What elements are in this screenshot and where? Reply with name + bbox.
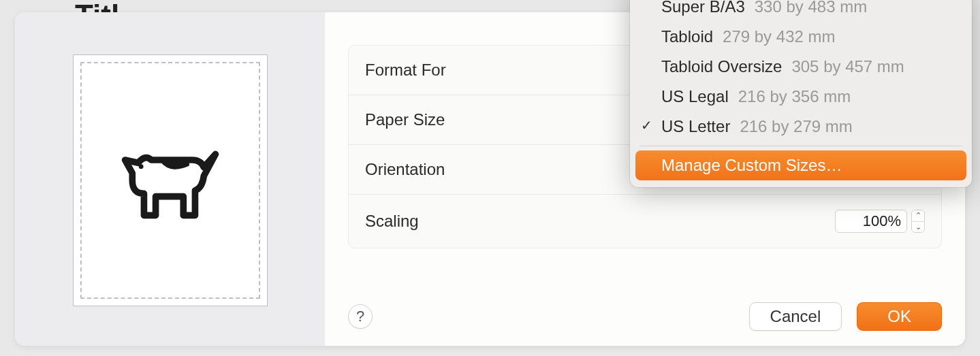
menu-item-super-b-a3[interactable]: Super B/A3 330 by 483 mm [635,0,966,22]
menu-item-dimensions: 330 by 483 mm [755,0,867,16]
menu-item-label: Manage Custom Sizes… [661,156,842,175]
scaling-input[interactable] [835,210,907,233]
menu-item-dimensions: 216 by 356 mm [738,87,851,106]
scaling-row: Scaling ⌃ ⌄ [349,195,941,248]
scaling-stepper: ⌃ ⌄ [911,210,925,233]
preview-panel [15,12,325,346]
page-preview [73,54,268,306]
menu-divider [639,146,962,146]
svg-point-0 [138,164,143,169]
scaling-step-down[interactable]: ⌄ [912,222,924,233]
menu-item-tabloid[interactable]: Tabloid 279 by 432 mm [635,22,966,52]
dog-icon [119,136,221,225]
menu-item-tabloid-oversize[interactable]: Tabloid Oversize 305 by 457 mm [635,52,966,82]
menu-item-us-legal[interactable]: US Legal 216 by 356 mm [635,82,966,112]
paper-size-label: Paper Size [365,110,445,129]
menu-item-dimensions: 305 by 457 mm [791,57,904,76]
menu-item-us-letter[interactable]: ✓ US Letter 216 by 279 mm [635,112,966,142]
menu-item-dimensions: 216 by 279 mm [740,117,852,136]
menu-item-label: Tabloid Oversize [661,57,782,76]
bottom-bar: ? Cancel OK [348,302,942,331]
menu-item-dimensions: 279 by 432 mm [723,27,835,46]
ok-button[interactable]: OK [857,302,942,331]
help-button[interactable]: ? [348,304,373,329]
checkmark-icon: ✓ [641,117,652,133]
scaling-step-up[interactable]: ⌃ [912,210,924,222]
cancel-button[interactable]: Cancel [749,302,842,331]
format-for-label: Format For [365,61,446,80]
menu-item-label: Super B/A3 [661,0,745,16]
paper-size-popup: Super B/A3 330 by 483 mm Tabloid 279 by … [630,0,972,187]
button-group: Cancel OK [749,302,942,331]
menu-item-label: Tabloid [661,27,713,46]
menu-item-label: US Legal [661,87,729,106]
orientation-label: Orientation [365,160,445,179]
menu-item-manage-custom-sizes[interactable]: Manage Custom Sizes… [635,150,966,180]
page-margin-guide [80,62,260,299]
scaling-label: Scaling [365,212,419,231]
menu-item-label: US Letter [661,117,730,136]
